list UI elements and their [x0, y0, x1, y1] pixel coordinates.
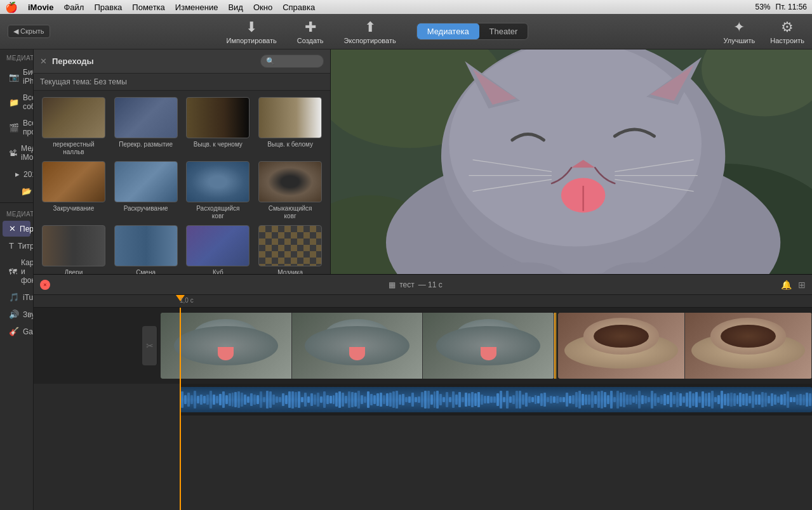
transition-thumb-white	[258, 97, 322, 138]
transition-cube[interactable]: Куб	[185, 225, 252, 274]
sidebar-item-itunes[interactable]: 🎵 iTunes	[3, 289, 30, 305]
cat-tongue-3	[481, 347, 496, 360]
track-handle[interactable]: ✂	[142, 326, 157, 365]
menu-file[interactable]: Файл	[63, 3, 84, 12]
transition-white[interactable]: Выцв. к белому	[256, 97, 324, 156]
sidebar-label-titles: Титры	[18, 242, 34, 251]
settings-label: Настроить	[770, 37, 804, 44]
create-button[interactable]: ✚ Создать	[297, 19, 324, 44]
transition-blur[interactable]: Перекр. размытие	[112, 97, 180, 156]
sidebar-item-imovie[interactable]: 📽 Медиа...а iMovie	[3, 141, 30, 165]
transitions-icon: ✕	[9, 224, 16, 233]
transition-thumb-uncurl	[114, 161, 178, 202]
transition-mosaic[interactable]: Мозаика	[256, 225, 324, 274]
close-timeline-button[interactable]: ×	[40, 280, 50, 290]
timeline-header: × ▦ тест — 11 с 🔔 ⊞	[34, 275, 812, 295]
search-box[interactable]: 🔍	[260, 55, 324, 68]
project-name: тест	[399, 280, 415, 289]
itunes-icon: 🎵	[9, 292, 19, 302]
menu-view[interactable]: Вид	[228, 3, 243, 12]
transition-label-cube: Куб	[213, 269, 223, 274]
cat-tongue-1	[218, 347, 234, 360]
sidebar-item-year[interactable]: ▸ 2014	[3, 166, 30, 182]
menu-help[interactable]: Справка	[283, 3, 315, 12]
scissors-icon: ✂	[146, 341, 154, 351]
sidebar-item-maps[interactable]: 🗺 Карты и фоны	[3, 255, 30, 288]
siamese-frame-1	[558, 313, 685, 379]
transition-door[interactable]: Двери	[40, 225, 107, 274]
tab-library[interactable]: Медиатека	[417, 23, 479, 39]
menu-window[interactable]: Окно	[253, 3, 272, 12]
maps-icon: 🗺	[9, 267, 17, 277]
bell-icon[interactable]: 🔔	[781, 280, 792, 290]
hide-sidebar-button[interactable]: ◀ Скрыть	[8, 25, 50, 38]
menu-modify[interactable]: Изменение	[175, 3, 218, 12]
cat-frame-2	[292, 313, 423, 379]
imovie-icon: 📽	[9, 148, 17, 158]
timeline-icons-right: 🔔 ⊞	[781, 280, 806, 290]
sidebar-item-iphoto[interactable]: 📷 Библи...а iPhoto	[3, 65, 30, 89]
export-label: Экспортировать	[344, 37, 396, 44]
sidebar-item-projects[interactable]: 🎬 Все проекты	[3, 115, 30, 140]
sidebar-item-project[interactable]: 📂 20...-05 🎬	[3, 183, 30, 199]
transition-thumb-cross	[42, 97, 105, 138]
battery-status: 53%	[755, 3, 770, 11]
transitions-header: ✕ Переходы 🔍	[34, 49, 330, 74]
clock: Пт. 11:56	[776, 3, 808, 11]
menu-edit[interactable]: Правка	[94, 3, 122, 12]
tab-theater[interactable]: Theater	[479, 23, 528, 39]
fit-icon[interactable]: ⊞	[798, 280, 806, 290]
search-icon: 🔍	[266, 57, 275, 65]
sidebar: МЕДИАТЕКИ 📷 Библи...а iPhoto 📁 Все событ…	[0, 49, 34, 510]
filmstrip-icon: ▦	[389, 280, 396, 289]
improve-button[interactable]: ✦ Улучшить	[724, 19, 755, 44]
sidebar-item-transitions[interactable]: ✕ Переходы	[3, 221, 30, 237]
transition-cross[interactable]: перекрестныйналльв	[40, 97, 107, 156]
toolbar-right: ✦ Улучшить ⚙ Настроить	[665, 19, 804, 44]
project-folder-icon: 📂	[22, 186, 32, 196]
clip-gray-cat[interactable]	[161, 313, 554, 379]
year-folder-icon: ▸	[15, 169, 20, 179]
video-track: ✂	[34, 308, 812, 384]
project-duration: — 11 с	[418, 280, 443, 289]
menu-imovie[interactable]: iMovie	[28, 3, 53, 12]
transition-label-ripple: Расходящийсяковг	[196, 205, 239, 220]
transition-uncurl[interactable]: Раскручивание	[112, 161, 180, 220]
clip-siamese-cat[interactable]	[558, 313, 812, 379]
audio-track	[180, 384, 812, 415]
sidebar-item-soundfx[interactable]: 🔊 Звуков...фекты	[3, 306, 30, 322]
transition-thumb-black	[186, 97, 250, 138]
sidebar-item-titles[interactable]: T Титры	[3, 238, 30, 254]
transition-label-door: Двери	[65, 269, 83, 274]
sidebar-item-garageband[interactable]: 🎸 GarageBand	[3, 324, 30, 339]
transition-label-white: Выцв. к белому	[267, 141, 313, 148]
sidebar-label-transitions: Переходы	[20, 225, 34, 233]
transition-curl[interactable]: Закручивание	[40, 161, 107, 220]
settings-button[interactable]: ⚙ Настроить	[770, 19, 804, 44]
sidebar-section-libraries: МЕДИАТЕКИ	[0, 49, 33, 64]
transitions-close-icon: ✕	[40, 56, 47, 66]
transition-label-blur: Перекр. размытие	[119, 141, 173, 148]
ruler-mark-1: 1,0 с	[180, 297, 194, 304]
export-icon: ⬆	[364, 19, 376, 36]
menu-mark[interactable]: Пометка	[132, 3, 164, 12]
cat-preview-image	[331, 49, 812, 274]
export-button[interactable]: ⬆ Экспортировать	[344, 19, 396, 44]
audio-waveform[interactable]	[180, 387, 812, 412]
video-clips	[161, 313, 812, 379]
transition-smear[interactable]: Смыкающийсяковг	[256, 161, 324, 220]
main-area: МЕДИАТЕКИ 📷 Библи...а iPhoto 📁 Все событ…	[0, 49, 812, 510]
transition-black[interactable]: Выцв. к черному	[185, 97, 252, 156]
sidebar-item-events[interactable]: 📁 Все события	[3, 90, 30, 114]
transitions-title: Переходы	[52, 56, 255, 66]
import-label: Импортировать	[227, 37, 277, 44]
toolbar-center: ⬇ Импортировать ✚ Создать ⬆ Экспортирова…	[90, 19, 665, 44]
transition-ripple[interactable]: Расходящийсяковг	[185, 161, 252, 220]
transition-shift[interactable]: Смена	[112, 225, 180, 274]
sidebar-label-itunes: iTunes	[23, 293, 34, 302]
apple-menu[interactable]: 🍎	[5, 1, 18, 13]
garageband-icon: 🎸	[9, 327, 19, 336]
transition-thumb-blur	[114, 97, 178, 138]
import-button[interactable]: ⬇ Импортировать	[227, 19, 277, 44]
transition-label-mosaic: Мозаика	[277, 269, 303, 274]
